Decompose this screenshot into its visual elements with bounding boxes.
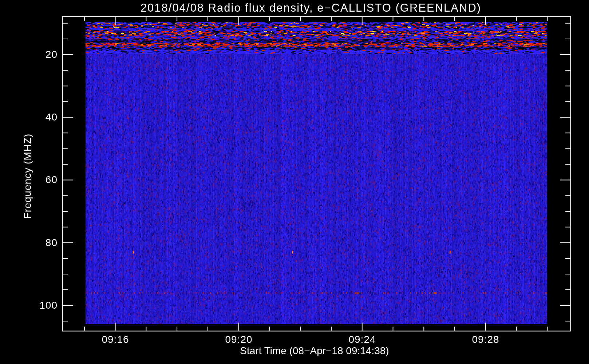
spectrogram-plot-canvas xyxy=(0,0,589,364)
chart-title: 2018/04/08 Radio flux density, e−CALLIST… xyxy=(141,1,481,15)
spectrogram-page: { "title": "2018/04/08 Radio flux densit… xyxy=(0,0,589,364)
y-tick-label-100: 100 xyxy=(23,300,58,310)
y-tick-label-40: 40 xyxy=(23,112,58,122)
x-axis-title: Start Time (08−Apr−18 09:14:38) xyxy=(240,346,389,356)
x-tick-label-0920: 09:20 xyxy=(225,335,252,345)
x-tick-label-0928: 09:28 xyxy=(472,335,499,345)
x-tick-label-0916: 09:16 xyxy=(102,335,129,345)
y-tick-label-60: 60 xyxy=(23,175,58,185)
y-tick-label-20: 20 xyxy=(23,50,58,60)
y-tick-label-80: 80 xyxy=(23,238,58,248)
x-tick-label-0924: 09:24 xyxy=(348,335,376,345)
